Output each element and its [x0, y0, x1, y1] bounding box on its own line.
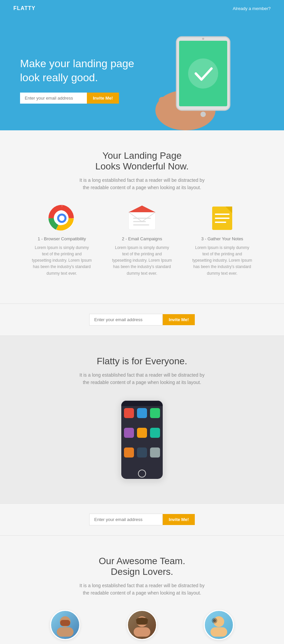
app-icon-8	[137, 447, 147, 458]
svg-point-4	[188, 58, 218, 89]
everyone-desc: It is a long established fact that a rea…	[79, 371, 205, 386]
phone-screen	[121, 401, 163, 479]
team-members-list: Michael Robson Lorem Ipsum is simply dum…	[27, 610, 257, 644]
team-title: Our Awesome Team.Design Lovers.	[27, 556, 257, 577]
strip1-email-input[interactable]	[89, 314, 163, 326]
feature-notes-title: 3 - Gather Your Notes	[192, 236, 252, 241]
section-team: Our Awesome Team.Design Lovers. It is a …	[0, 536, 284, 644]
app-icon-2	[137, 408, 147, 418]
team-member-1: Michael Robson Lorem Ipsum is simply dum…	[35, 610, 95, 644]
feature-email-desc: Lorem Ipsum is simply dummy text of the …	[112, 245, 172, 277]
app-icon-3	[150, 408, 160, 418]
team-desc: It is a long established fact that a rea…	[79, 582, 205, 597]
hero-form: Invite Me!	[20, 93, 142, 104]
already-member-text: Already a member?	[233, 6, 271, 11]
svg-point-3	[202, 38, 204, 40]
tablet-illustration	[166, 33, 240, 130]
svg-rect-27	[60, 620, 70, 626]
app-icon-7	[124, 447, 134, 458]
team-member-2: Pete Ford Lorem Ipsum is simply dummy te…	[112, 610, 172, 644]
hero-email-input[interactable]	[20, 93, 87, 104]
email-strip-1: Invite Me!	[0, 303, 284, 336]
phone-home-button[interactable]	[138, 470, 146, 478]
app-icon-6	[150, 428, 160, 438]
hero-content: Make your landing page look really good.…	[20, 57, 142, 104]
svg-rect-29	[134, 627, 150, 637]
app-icon-4	[124, 428, 134, 438]
svg-point-2	[200, 112, 206, 117]
strip2-invite-button[interactable]: Invite Me!	[163, 514, 195, 525]
svg-rect-26	[57, 627, 74, 637]
phone-illustration	[27, 400, 257, 480]
app-icon-1	[124, 408, 134, 418]
svg-rect-32	[210, 627, 227, 637]
avatar-pete	[127, 610, 157, 640]
section-wonderful: Your Landing PageLooks Wonderful Now. It…	[0, 130, 284, 303]
hero-headline: Make your landing page look really good.	[20, 57, 142, 85]
feature-browser: 1 - Browser Compatibility Lorem Ipsum is…	[32, 205, 92, 277]
feature-email: 2 - Email Campaigns Lorem Ipsum is simpl…	[112, 205, 172, 277]
feature-email-title: 2 - Email Campaigns	[112, 236, 172, 241]
feature-browser-title: 1 - Browser Compatibility	[32, 236, 92, 241]
hero-image	[142, 30, 264, 130]
feature-notes-desc: Lorem Ipsum is simply dummy text of the …	[192, 245, 252, 277]
notes-icon	[207, 205, 237, 232]
chrome-svg	[48, 205, 75, 232]
section-everyone: Flatty is for Everyone. It is a long est…	[0, 336, 284, 503]
svg-rect-7	[159, 97, 166, 117]
avatar-angelica	[204, 610, 234, 640]
browser-icon	[47, 205, 77, 232]
app-icon-9	[150, 447, 160, 458]
phone-body	[120, 400, 164, 480]
email-svg	[127, 206, 157, 231]
email-icon	[127, 205, 157, 232]
wonderful-title: Your Landing PageLooks Wonderful Now.	[27, 150, 257, 172]
wonderful-desc: It is a long established fact that a rea…	[79, 176, 205, 191]
app-icon-5	[137, 428, 147, 438]
phone-status-bar	[121, 401, 163, 406]
feature-browser-desc: Lorem Ipsum is simply dummy text of the …	[32, 245, 92, 277]
everyone-title: Flatty is for Everyone.	[27, 356, 257, 367]
svg-point-33	[213, 619, 216, 622]
hero-invite-button[interactable]: Invite Me!	[87, 93, 119, 104]
phone-app-grid	[121, 406, 163, 468]
svg-point-15	[59, 216, 64, 221]
notes-svg	[210, 205, 234, 232]
features-list: 1 - Browser Compatibility Lorem Ipsum is…	[27, 205, 257, 277]
avatar-michael	[50, 610, 80, 640]
strip2-email-input[interactable]	[89, 514, 163, 525]
hero-section: Make your landing page look really good.…	[0, 17, 284, 130]
email-strip-2: Invite Me!	[0, 503, 284, 536]
feature-notes: 3 - Gather Your Notes Lorem Ipsum is sim…	[192, 205, 252, 277]
team-member-3: Angelica Finning Lorem Ipsum is simply d…	[189, 610, 249, 644]
header: FLATTY Already a member?	[0, 0, 284, 17]
logo: FLATTY	[13, 5, 35, 11]
strip1-invite-button[interactable]: Invite Me!	[163, 314, 195, 325]
